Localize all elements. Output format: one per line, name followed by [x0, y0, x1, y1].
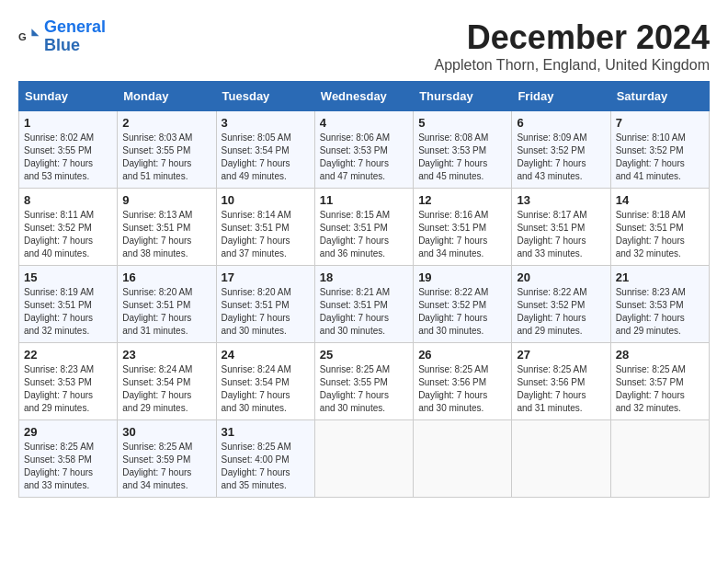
day-number: 28	[616, 348, 704, 362]
cell-content: Sunrise: 8:08 AMSunset: 3:53 PMDaylight:…	[418, 132, 506, 183]
calendar-cell: 24Sunrise: 8:24 AMSunset: 3:54 PMDayligh…	[216, 343, 314, 420]
cell-content: Sunrise: 8:25 AMSunset: 3:57 PMDaylight:…	[616, 363, 704, 415]
calendar-cell: 30Sunrise: 8:25 AMSunset: 3:59 PMDayligh…	[118, 420, 216, 498]
cell-content: Sunrise: 8:25 AMSunset: 3:56 PMDaylight:…	[517, 363, 605, 415]
calendar-cell: 6Sunrise: 8:09 AMSunset: 3:52 PMDaylight…	[512, 111, 610, 189]
header-day-wednesday: Wednesday	[314, 82, 413, 111]
calendar-cell: 4Sunrise: 8:06 AMSunset: 3:53 PMDaylight…	[314, 111, 413, 189]
logo-icon: G	[18, 26, 40, 48]
calendar-cell: 19Sunrise: 8:22 AMSunset: 3:52 PMDayligh…	[414, 266, 512, 343]
cell-content: Sunrise: 8:05 AMSunset: 3:54 PMDaylight:…	[222, 132, 310, 183]
day-number: 6	[517, 116, 605, 130]
page-header: G General Blue December 2024 Appleton Th…	[18, 18, 710, 74]
calendar-cell: 15Sunrise: 8:19 AMSunset: 3:51 PMDayligh…	[19, 266, 118, 343]
cell-content: Sunrise: 8:25 AMSunset: 3:58 PMDaylight:…	[24, 441, 112, 492]
cell-content: Sunrise: 8:13 AMSunset: 3:51 PMDaylight:…	[122, 209, 210, 260]
header-day-monday: Monday	[118, 82, 216, 111]
day-number: 25	[320, 348, 408, 362]
day-number: 20	[517, 270, 605, 284]
day-number: 11	[320, 193, 408, 207]
cell-content: Sunrise: 8:06 AMSunset: 3:53 PMDaylight:…	[320, 132, 408, 183]
calendar-cell: 16Sunrise: 8:20 AMSunset: 3:51 PMDayligh…	[118, 266, 216, 343]
cell-content: Sunrise: 8:20 AMSunset: 3:51 PMDaylight:…	[122, 286, 210, 338]
calendar-cell: 26Sunrise: 8:25 AMSunset: 3:56 PMDayligh…	[414, 343, 512, 420]
calendar-cell	[610, 420, 709, 498]
cell-content: Sunrise: 8:09 AMSunset: 3:52 PMDaylight:…	[517, 132, 605, 183]
cell-content: Sunrise: 8:23 AMSunset: 3:53 PMDaylight:…	[24, 363, 112, 415]
location-title: Appleton Thorn, England, United Kingdom	[435, 57, 710, 74]
cell-content: Sunrise: 8:16 AMSunset: 3:51 PMDaylight:…	[418, 209, 506, 260]
week-row-1: 1Sunrise: 8:02 AMSunset: 3:55 PMDaylight…	[19, 111, 710, 189]
cell-content: Sunrise: 8:11 AMSunset: 3:52 PMDaylight:…	[24, 209, 112, 260]
week-row-4: 22Sunrise: 8:23 AMSunset: 3:53 PMDayligh…	[19, 343, 710, 420]
day-number: 1	[24, 116, 112, 130]
calendar-cell: 14Sunrise: 8:18 AMSunset: 3:51 PMDayligh…	[610, 189, 709, 266]
day-number: 4	[320, 116, 408, 130]
calendar-cell: 27Sunrise: 8:25 AMSunset: 3:56 PMDayligh…	[512, 343, 610, 420]
cell-content: Sunrise: 8:02 AMSunset: 3:55 PMDaylight:…	[24, 132, 112, 183]
day-number: 8	[24, 193, 112, 207]
header-day-saturday: Saturday	[610, 82, 709, 111]
calendar-cell: 12Sunrise: 8:16 AMSunset: 3:51 PMDayligh…	[414, 189, 512, 266]
calendar-cell: 28Sunrise: 8:25 AMSunset: 3:57 PMDayligh…	[610, 343, 709, 420]
cell-content: Sunrise: 8:03 AMSunset: 3:55 PMDaylight:…	[122, 132, 210, 183]
cell-content: Sunrise: 8:17 AMSunset: 3:51 PMDaylight:…	[517, 209, 605, 260]
calendar-cell: 3Sunrise: 8:05 AMSunset: 3:54 PMDaylight…	[216, 111, 314, 189]
calendar-cell	[314, 420, 413, 498]
cell-content: Sunrise: 8:20 AMSunset: 3:51 PMDaylight:…	[222, 286, 310, 338]
cell-content: Sunrise: 8:24 AMSunset: 3:54 PMDaylight:…	[122, 363, 210, 415]
logo: G General Blue	[18, 18, 106, 55]
day-number: 2	[122, 116, 210, 130]
day-number: 22	[24, 348, 112, 362]
calendar-cell: 5Sunrise: 8:08 AMSunset: 3:53 PMDaylight…	[414, 111, 512, 189]
calendar-cell: 11Sunrise: 8:15 AMSunset: 3:51 PMDayligh…	[314, 189, 413, 266]
header-day-tuesday: Tuesday	[216, 82, 314, 111]
calendar-cell: 2Sunrise: 8:03 AMSunset: 3:55 PMDaylight…	[118, 111, 216, 189]
day-number: 24	[222, 348, 310, 362]
day-number: 23	[122, 348, 210, 362]
day-number: 13	[517, 193, 605, 207]
day-number: 19	[418, 270, 506, 284]
cell-content: Sunrise: 8:22 AMSunset: 3:52 PMDaylight:…	[517, 286, 605, 338]
header-day-friday: Friday	[512, 82, 610, 111]
cell-content: Sunrise: 8:24 AMSunset: 3:54 PMDaylight:…	[222, 363, 310, 415]
day-number: 12	[418, 193, 506, 207]
cell-content: Sunrise: 8:15 AMSunset: 3:51 PMDaylight:…	[320, 209, 408, 260]
header-day-sunday: Sunday	[19, 82, 118, 111]
calendar-cell: 21Sunrise: 8:23 AMSunset: 3:53 PMDayligh…	[610, 266, 709, 343]
cell-content: Sunrise: 8:10 AMSunset: 3:52 PMDaylight:…	[616, 132, 704, 183]
calendar-cell: 9Sunrise: 8:13 AMSunset: 3:51 PMDaylight…	[118, 189, 216, 266]
calendar-cell	[512, 420, 610, 498]
day-number: 3	[222, 116, 310, 130]
calendar-cell: 10Sunrise: 8:14 AMSunset: 3:51 PMDayligh…	[216, 189, 314, 266]
day-number: 15	[24, 270, 112, 284]
cell-content: Sunrise: 8:25 AMSunset: 3:59 PMDaylight:…	[122, 441, 210, 492]
day-number: 17	[222, 270, 310, 284]
title-area: December 2024 Appleton Thorn, England, U…	[435, 18, 710, 74]
calendar-cell: 20Sunrise: 8:22 AMSunset: 3:52 PMDayligh…	[512, 266, 610, 343]
calendar-cell: 31Sunrise: 8:25 AMSunset: 4:00 PMDayligh…	[216, 420, 314, 498]
calendar-cell: 13Sunrise: 8:17 AMSunset: 3:51 PMDayligh…	[512, 189, 610, 266]
week-row-5: 29Sunrise: 8:25 AMSunset: 3:58 PMDayligh…	[19, 420, 710, 498]
cell-content: Sunrise: 8:25 AMSunset: 4:00 PMDaylight:…	[222, 441, 310, 492]
calendar-cell: 7Sunrise: 8:10 AMSunset: 3:52 PMDaylight…	[610, 111, 709, 189]
svg-marker-1	[31, 29, 39, 36]
week-row-2: 8Sunrise: 8:11 AMSunset: 3:52 PMDaylight…	[19, 189, 710, 266]
logo-line1: General	[44, 17, 106, 36]
logo-text: General Blue	[44, 18, 106, 55]
calendar-cell: 18Sunrise: 8:21 AMSunset: 3:51 PMDayligh…	[314, 266, 413, 343]
cell-content: Sunrise: 8:22 AMSunset: 3:52 PMDaylight:…	[418, 286, 506, 338]
calendar-cell	[414, 420, 512, 498]
calendar-cell: 23Sunrise: 8:24 AMSunset: 3:54 PMDayligh…	[118, 343, 216, 420]
calendar-body: 1Sunrise: 8:02 AMSunset: 3:55 PMDaylight…	[19, 111, 710, 498]
calendar-cell: 8Sunrise: 8:11 AMSunset: 3:52 PMDaylight…	[19, 189, 118, 266]
calendar-cell: 22Sunrise: 8:23 AMSunset: 3:53 PMDayligh…	[19, 343, 118, 420]
day-number: 18	[320, 270, 408, 284]
cell-content: Sunrise: 8:14 AMSunset: 3:51 PMDaylight:…	[222, 209, 310, 260]
day-number: 7	[616, 116, 704, 130]
cell-content: Sunrise: 8:18 AMSunset: 3:51 PMDaylight:…	[616, 209, 704, 260]
calendar-header-row: SundayMondayTuesdayWednesdayThursdayFrid…	[19, 82, 710, 111]
calendar-cell: 17Sunrise: 8:20 AMSunset: 3:51 PMDayligh…	[216, 266, 314, 343]
calendar-cell: 1Sunrise: 8:02 AMSunset: 3:55 PMDaylight…	[19, 111, 118, 189]
logo-line2: Blue	[44, 37, 106, 55]
